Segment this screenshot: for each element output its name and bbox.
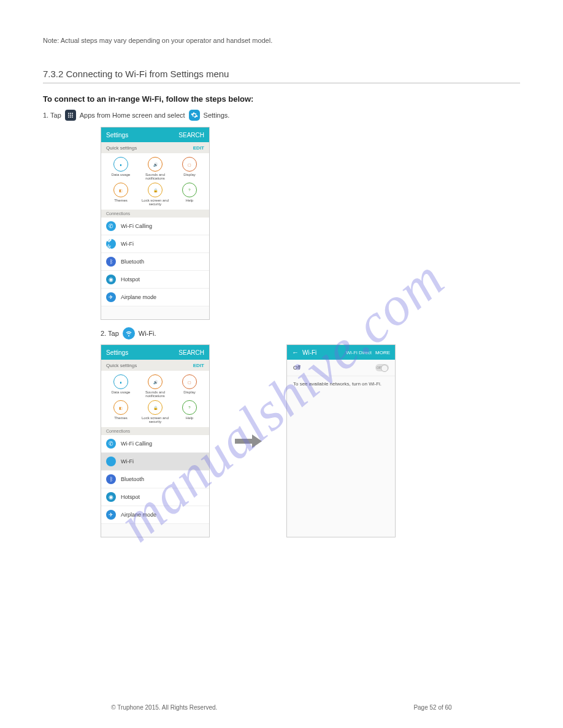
hotspot-icon: ◉ (106, 275, 116, 284)
apps-icon (65, 110, 76, 121)
svg-point-8 (72, 116, 73, 118)
back-icon[interactable]: ← (292, 349, 299, 356)
hotspot-icon: ◉ (106, 492, 116, 502)
row-wifi-calling[interactable]: ✆Wi-Fi Calling (101, 218, 209, 235)
wifi-title: Wi-Fi (302, 349, 342, 356)
airplane-icon: ✈ (106, 292, 116, 302)
row-label: Airplane mode (121, 512, 156, 518)
qs-label: Sounds and notifications (138, 173, 172, 180)
connections-header: Connections (101, 210, 209, 218)
svg-point-0 (68, 113, 69, 114)
row-label: Wi-Fi Calling (121, 441, 152, 447)
qs-data-usage[interactable]: ∎Data usage (104, 157, 138, 180)
step-1-prefix: 1. Tap (43, 110, 61, 121)
bluetooth-icon: ᛒ (106, 474, 116, 484)
qs-label: Lock screen and security (138, 199, 172, 206)
row-airplane[interactable]: ✈Airplane mode (101, 506, 209, 524)
wifi-toggle[interactable]: OFF (375, 364, 389, 371)
more-button[interactable]: MORE (375, 350, 390, 355)
row-label: Wi-Fi Calling (121, 223, 152, 229)
row-airplane[interactable]: ✈Airplane mode (101, 289, 209, 306)
quick-settings-grid: ∎Data usage 🔊Sounds and notifications ▢D… (101, 153, 209, 210)
wifi-off-row: Off OFF (287, 360, 395, 376)
qs-lock[interactable]: 🔒Lock screen and security (138, 400, 172, 423)
step-2-suffix: Wi-Fi. (139, 330, 156, 337)
qs-label: Data usage (112, 173, 131, 176)
svg-point-4 (70, 115, 71, 116)
phone-header: Settings SEARCH (101, 127, 209, 142)
row-label: Bluetooth (121, 476, 144, 482)
screenshot-row-2: Settings SEARCH Quick settings EDIT ∎Dat… (101, 344, 520, 537)
wifi-calling-icon: ✆ (106, 439, 116, 449)
row-wifi-calling[interactable]: ✆Wi-Fi Calling (101, 435, 209, 453)
qs-help[interactable]: ?Help (172, 400, 207, 423)
qs-display[interactable]: ▢Display (172, 374, 207, 398)
row-label: Wi-Fi (121, 458, 134, 464)
row-label: Airplane mode (121, 294, 156, 300)
settings-screenshot-1: Settings SEARCH Quick settings EDIT ∎Dat… (101, 127, 210, 320)
qs-sounds[interactable]: 🔊Sounds and notifications (138, 374, 172, 398)
phone-title: Settings (106, 349, 128, 356)
qs-label: Help (186, 199, 193, 202)
row-bluetooth[interactable]: ᛒBluetooth (101, 253, 209, 271)
wifi-header: ← Wi-Fi Wi-Fi Direct MORE (287, 345, 395, 360)
page-footer: © Truphone 2015. All Rights Reserved. Pa… (0, 704, 563, 711)
phone-search[interactable]: SEARCH (178, 349, 204, 356)
step-1: 1. Tap Apps from Home screen and select … (43, 110, 520, 121)
step-2-prefix: 2. Tap (101, 330, 119, 337)
wifi-direct[interactable]: Wi-Fi Direct (346, 350, 372, 355)
qs-label: Sounds and notifications (138, 390, 172, 398)
wifi-icon (123, 327, 135, 339)
top-note: Note: Actual steps may vary depending on… (43, 37, 520, 44)
step-2: 2. Tap Wi-Fi. (101, 327, 520, 339)
wifi-icon: �永 (106, 239, 116, 249)
quick-settings-label: Quick settings (106, 145, 137, 151)
svg-point-3 (68, 115, 69, 116)
row-bluetooth[interactable]: ᛒBluetooth (101, 471, 209, 488)
copyright: © Truphone 2015. All Rights Reserved. (111, 704, 217, 711)
subheading: To connect to an in-range Wi-Fi, follow … (43, 94, 520, 104)
row-hotspot[interactable]: ◉Hotspot (101, 488, 209, 506)
qs-display[interactable]: ▢Display (172, 157, 207, 180)
qs-label: Lock screen and security (138, 416, 172, 423)
edit-button[interactable]: EDIT (193, 145, 204, 151)
section-title: 7.3.2 Connecting to Wi-Fi from Settings … (43, 69, 520, 83)
svg-point-7 (70, 116, 71, 118)
step-1-mid: Apps from Home screen and select (80, 110, 185, 121)
edit-button[interactable]: EDIT (193, 363, 204, 368)
qs-label: Data usage (112, 390, 131, 394)
settings-screenshot-2: Settings SEARCH Quick settings EDIT ∎Dat… (101, 344, 210, 537)
qs-label: Themes (114, 416, 128, 420)
qs-label: Help (186, 416, 193, 420)
wifi-screenshot: ← Wi-Fi Wi-Fi Direct MORE Off OFF To see… (286, 344, 396, 537)
wifi-icon: ⠀ (106, 457, 116, 466)
qs-lock[interactable]: 🔒Lock screen and security (138, 183, 172, 206)
page-number: Page 52 of 60 (413, 704, 451, 711)
svg-point-2 (72, 113, 73, 114)
qs-data-usage[interactable]: ∎Data usage (104, 374, 138, 398)
qs-themes[interactable]: ◧Themes (104, 183, 138, 206)
phone-search[interactable]: SEARCH (178, 132, 204, 138)
quick-settings-grid: ∎Data usage 🔊Sounds and notifications ▢D… (101, 371, 209, 427)
row-label: Hotspot (121, 494, 140, 500)
row-label: Hotspot (121, 276, 140, 282)
qs-label: Display (183, 173, 196, 176)
row-wifi-selected[interactable]: ⠀Wi-Fi (101, 453, 209, 471)
svg-point-6 (68, 116, 69, 118)
svg-point-1 (70, 113, 71, 114)
qs-themes[interactable]: ◧Themes (104, 400, 138, 423)
row-label: Wi-Fi (121, 241, 134, 247)
row-label: Bluetooth (121, 259, 144, 265)
row-wifi[interactable]: �永Wi-Fi (101, 235, 209, 253)
qs-label: Display (183, 390, 196, 394)
wifi-hint: To see available networks, turn on Wi-Fi… (287, 376, 395, 392)
row-hotspot[interactable]: ◉Hotspot (101, 271, 209, 289)
connections-header: Connections (101, 427, 209, 435)
step-1-suffix: Settings. (204, 110, 230, 121)
qs-sounds[interactable]: 🔊Sounds and notifications (138, 157, 172, 180)
page-content: Note: Actual steps may vary depending on… (0, 0, 563, 562)
wifi-off-label: Off (293, 365, 301, 371)
qs-help[interactable]: ?Help (172, 183, 207, 206)
svg-point-5 (72, 115, 73, 116)
airplane-icon: ✈ (106, 510, 116, 520)
